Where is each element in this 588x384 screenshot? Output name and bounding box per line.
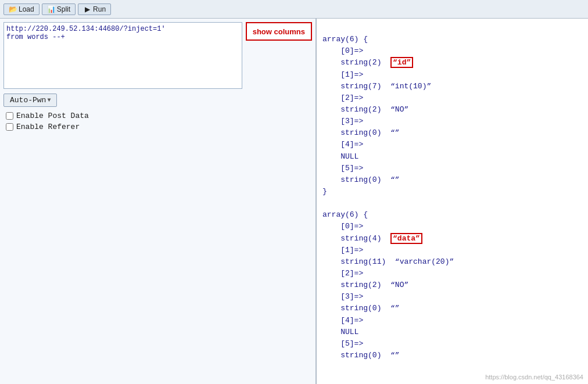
right-panel: array(6) { [0]=> string(2) “id” [1]=> st… (317, 19, 588, 384)
checkboxes-container: Enable Post Data Enable Referer (3, 112, 312, 131)
array2-line-11: string(0) “” (340, 351, 399, 360)
array1-header: array(6) { (322, 35, 368, 44)
url-textarea[interactable]: http://220.249.52.134:44680/?inject=1' f… (3, 22, 242, 89)
left-panel: http://220.249.52.134:44680/?inject=1' f… (0, 19, 317, 384)
enable-referer-checkbox[interactable] (6, 123, 13, 131)
array1-line-9: NULL (340, 152, 358, 161)
run-icon: ▶ (83, 5, 91, 13)
toolbar: 📂 Load 📊 Split ▶ Run (0, 0, 588, 19)
data-highlight: “data” (390, 233, 422, 244)
array1-line-0: [0]=> (340, 46, 363, 55)
split-button[interactable]: 📊 Split (42, 3, 76, 15)
array2-line-2: [1]=> (340, 246, 363, 254)
array2-line-5: string(2) “NO” (340, 281, 408, 289)
show-columns-button[interactable]: show columns (246, 22, 312, 41)
load-icon: 📂 (9, 5, 17, 13)
array2-line-4: [2]=> (340, 269, 363, 278)
main-content: http://220.249.52.134:44680/?inject=1' f… (0, 19, 588, 384)
split-icon: 📊 (47, 5, 55, 13)
id-highlight: “id” (390, 57, 413, 68)
array1-line-1: string(2) “id” (340, 57, 413, 68)
run-label: Run (93, 5, 106, 13)
array1-line-2: [1]=> (340, 70, 363, 79)
load-button[interactable]: 📂 Load (3, 3, 40, 15)
code-output: array(6) { [0]=> string(2) “id” [1]=> st… (322, 22, 582, 373)
autopwn-button[interactable]: Auto-Pwn ▼ (3, 94, 57, 107)
array2-line-1: string(4) “data” (340, 233, 422, 244)
array1-close: } (322, 187, 327, 196)
array1-line-10: [5]=> (340, 164, 363, 173)
array2-line-7: string(0) “” (340, 304, 399, 313)
array2-line-3: string(11) “varchar(20)” (340, 257, 454, 266)
array1-line-7: string(0) “” (340, 128, 399, 137)
array2-line-9: NULL (340, 328, 358, 336)
array1-line-4: [2]=> (340, 94, 363, 102)
enable-referer-label: Enable Referer (16, 123, 80, 131)
dropdown-arrow-icon: ▼ (47, 97, 51, 103)
array2-line-0: [0]=> (340, 222, 363, 231)
load-label: Load (19, 5, 34, 13)
array2-line-8: [4]=> (340, 316, 363, 325)
autopwn-label: Auto-Pwn (10, 96, 46, 105)
array1-line-5: string(2) “NO” (340, 105, 408, 114)
enable-referer-row[interactable]: Enable Referer (6, 123, 312, 131)
array2-line-6: [3]=> (340, 292, 363, 301)
enable-post-data-label: Enable Post Data (16, 112, 89, 120)
split-label: Split (57, 5, 70, 13)
array2-line-10: [5]=> (340, 339, 363, 348)
enable-post-data-checkbox[interactable] (6, 112, 13, 120)
array1-line-8: [4]=> (340, 140, 363, 149)
run-button[interactable]: ▶ Run (78, 3, 111, 15)
url-row: http://220.249.52.134:44680/?inject=1' f… (3, 22, 312, 89)
watermark: https://blog.csdn.net/qq_43168364 (485, 374, 583, 381)
array1-line-3: string(7) “int(10)” (340, 82, 431, 91)
enable-post-data-row[interactable]: Enable Post Data (6, 112, 312, 120)
array2-header: array(6) { (322, 210, 368, 219)
array1-line-11: string(0) “” (340, 175, 399, 184)
array1-line-6: [3]=> (340, 117, 363, 125)
